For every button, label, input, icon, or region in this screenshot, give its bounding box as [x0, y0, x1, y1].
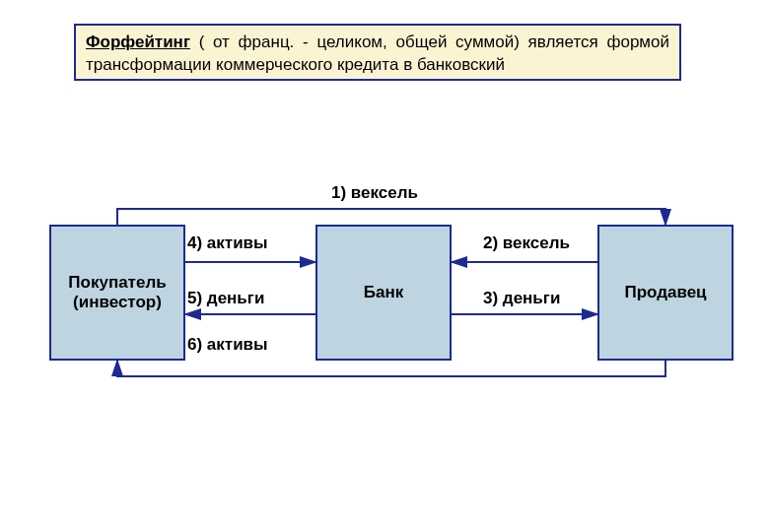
definition-box: Форфейтинг ( от франц. - целиком, общей … [74, 24, 681, 81]
label-5-dengi: 5) деньги [187, 289, 296, 308]
node-bank: Банк [315, 225, 452, 361]
label-4-aktivy: 4) активы [187, 233, 296, 253]
label-2-veksel: 2) вексель [483, 233, 592, 253]
label-6-aktivy: 6) активы [187, 335, 296, 355]
definition-term: Форфейтинг [86, 33, 190, 51]
label-3-dengi: 3) деньги [483, 289, 592, 308]
node-seller: Продавец [597, 225, 734, 361]
label-1-veksel: 1) вексель [315, 183, 434, 203]
node-buyer: Покупатель (инвестор) [49, 225, 185, 361]
